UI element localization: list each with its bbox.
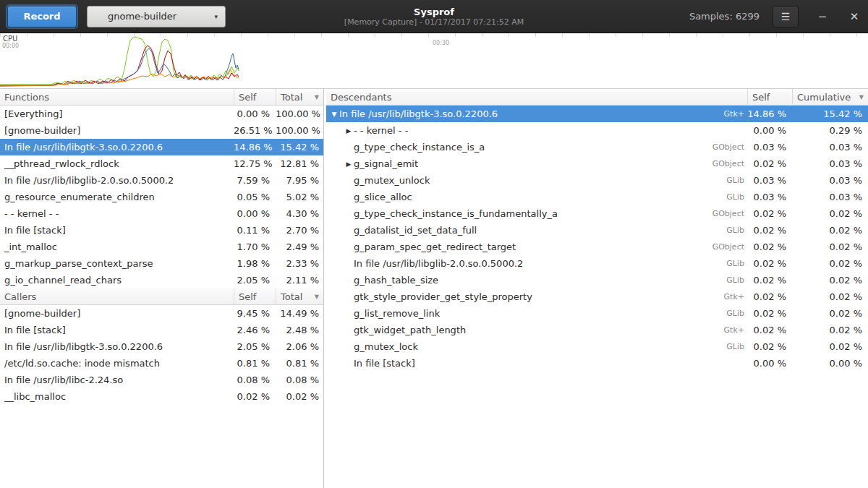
column-header-total[interactable]: Total ▼ xyxy=(276,89,323,106)
function-name: g_datalist_id_set_data_full xyxy=(354,225,477,236)
table-row[interactable]: g_type_check_instance_is_fundamentally_a… xyxy=(326,205,868,222)
self-percent: 0.81 % xyxy=(234,358,276,369)
library-tag: Gtk+ xyxy=(697,292,747,301)
left-pane: Functions Self Total ▼ [Everything]0.00 … xyxy=(0,89,324,488)
table-row[interactable]: g_datalist_id_set_data_fullGLib0.02 %0.0… xyxy=(326,222,868,239)
self-percent: 0.02 % xyxy=(747,325,792,335)
table-row[interactable]: g_type_check_instance_is_aGObject0.03 %0… xyxy=(326,139,868,155)
window-controls: − ✕ xyxy=(816,10,861,23)
table-row[interactable]: g_io_channel_read_chars2.05 %2.11 % xyxy=(0,272,323,288)
descendant-name-cell: g_param_spec_get_redirect_target xyxy=(326,241,697,252)
table-row[interactable]: ▶- - kernel - -0.00 %0.29 % xyxy=(326,122,868,139)
table-row[interactable]: In file [stack]2.46 %2.48 % xyxy=(0,322,323,338)
function-name: [gnome-builder] xyxy=(4,308,80,319)
function-name-cell: In file /usr/lib/libglib-2.0.so.0.5000.2 xyxy=(0,175,234,186)
minimize-button[interactable]: − xyxy=(816,10,829,23)
column-header-total[interactable]: Total ▼ xyxy=(276,288,323,305)
menu-button[interactable]: ☰ xyxy=(773,6,799,27)
table-row[interactable]: In file [stack]0.11 %2.70 % xyxy=(0,222,323,239)
self-percent: 7.59 % xyxy=(234,175,276,186)
time-label-start: 00:00 xyxy=(2,43,19,49)
self-percent: 0.11 % xyxy=(234,225,276,236)
expander-icon[interactable]: ▶ xyxy=(344,160,354,168)
header-right-group: Samples: 6299 ☰ − ✕ xyxy=(689,6,861,27)
cpu-label: CPU xyxy=(3,35,17,43)
table-row[interactable]: In file /usr/lib/libglib-2.0.so.0.5000.2… xyxy=(0,172,323,189)
function-name-cell: __pthread_rwlock_rdlock xyxy=(0,158,234,169)
table-row[interactable]: In file /usr/lib/libglib-2.0.so.0.5000.2… xyxy=(326,255,868,272)
function-name: g_markup_parse_context_parse xyxy=(4,258,153,269)
table-row[interactable]: g_param_spec_get_redirect_targetGObject0… xyxy=(326,239,868,255)
table-row[interactable]: ▶g_signal_emitGObject0.02 %0.03 % xyxy=(326,155,868,172)
table-row[interactable]: g_resource_enumerate_children0.05 %5.02 … xyxy=(0,189,323,205)
descendant-name-cell: g_slice_alloc xyxy=(326,192,697,202)
table-row[interactable]: In file /usr/lib/libgtk-3.so.0.2200.62.0… xyxy=(0,338,323,355)
table-row[interactable]: gtk_style_provider_get_style_propertyGtk… xyxy=(326,288,868,305)
total-percent: 14.49 % xyxy=(276,308,323,319)
table-row[interactable]: - - kernel - -0.00 %4.30 % xyxy=(0,205,323,222)
self-percent: 0.02 % xyxy=(747,275,792,286)
main-panes: Functions Self Total ▼ [Everything]0.00 … xyxy=(0,89,868,488)
function-name: __pthread_rwlock_rdlock xyxy=(4,158,119,169)
table-row[interactable]: g_mutex_unlockGLib0.03 %0.03 % xyxy=(326,172,868,189)
table-row[interactable]: g_mutex_lockGLib0.02 %0.02 % xyxy=(326,338,868,355)
table-row[interactable]: g_markup_parse_context_parse1.98 %2.33 % xyxy=(0,255,323,272)
table-row[interactable]: In file /usr/lib/libc-2.24.so0.08 %0.08 … xyxy=(0,372,323,388)
table-row[interactable]: [gnome-builder]26.51 %100.00 % xyxy=(0,122,323,139)
table-row[interactable]: g_slice_allocGLib0.03 %0.03 % xyxy=(326,189,868,205)
function-name-cell: g_io_channel_read_chars xyxy=(0,275,234,286)
cumulative-percent: 0.02 % xyxy=(792,341,868,352)
function-name: g_slice_alloc xyxy=(354,192,412,202)
cpu-graph[interactable]: CPU 00:00 00:30 xyxy=(0,33,868,89)
table-row[interactable]: __libc_malloc0.02 %0.02 % xyxy=(0,388,323,405)
table-row[interactable]: /etc/ld.so.cache: inode mismatch0.81 %0.… xyxy=(0,355,323,372)
cpu-red-line xyxy=(0,46,239,85)
library-tag: GLib xyxy=(697,176,747,185)
cumulative-percent: 0.02 % xyxy=(792,275,868,286)
function-name: g_resource_enumerate_children xyxy=(4,192,155,202)
function-name: [Everything] xyxy=(4,108,63,119)
function-name-cell: In file [stack] xyxy=(0,225,234,236)
function-name: [gnome-builder] xyxy=(4,125,80,136)
table-row[interactable]: In file [stack]0.00 %0.00 % xyxy=(326,355,868,372)
table-row[interactable]: g_hash_table_sizeGLib0.02 %0.02 % xyxy=(326,272,868,288)
table-row[interactable]: _int_malloc1.70 %2.49 % xyxy=(0,239,323,255)
target-selector-button[interactable]: gnome-builder ▾ xyxy=(87,6,226,27)
function-name: g_signal_emit xyxy=(354,158,418,169)
column-header-callers[interactable]: Callers xyxy=(0,288,234,305)
chevron-down-icon: ▾ xyxy=(214,13,218,20)
self-percent: 0.02 % xyxy=(747,291,792,302)
function-name: In file [stack] xyxy=(354,358,415,369)
table-row[interactable]: g_list_remove_linkGLib0.02 %0.02 % xyxy=(326,305,868,322)
column-header-self[interactable]: Self xyxy=(234,89,276,106)
cpu-blue-line xyxy=(0,48,239,86)
column-header-self[interactable]: Self xyxy=(234,288,276,305)
column-header-descendants[interactable]: Descendants xyxy=(326,89,747,106)
descendant-name-cell: ▶g_signal_emit xyxy=(326,158,697,169)
library-tag: GLib xyxy=(697,342,747,351)
self-percent: 0.03 % xyxy=(747,142,792,153)
function-name-cell: In file /usr/lib/libgtk-3.so.0.2200.6 xyxy=(0,341,234,352)
column-header-cumulative[interactable]: Cumulative ▼ xyxy=(792,89,868,106)
column-header-self[interactable]: Self xyxy=(747,89,792,106)
function-name: In file [stack] xyxy=(4,225,66,236)
expander-icon[interactable]: ▶ xyxy=(344,127,354,134)
table-row[interactable]: ▼In file /usr/lib/libgtk-3.so.0.2200.6Gt… xyxy=(326,106,868,122)
function-name-cell: In file /usr/lib/libc-2.24.so xyxy=(0,374,234,385)
record-button[interactable]: Record xyxy=(7,6,77,27)
table-row[interactable]: __pthread_rwlock_rdlock12.75 %12.81 % xyxy=(0,155,323,172)
descendant-name-cell: g_mutex_unlock xyxy=(326,175,697,186)
function-name: gtk_style_provider_get_style_property xyxy=(354,291,532,302)
close-button[interactable]: ✕ xyxy=(848,10,861,23)
descendant-name-cell: gtk_widget_path_length xyxy=(326,325,697,335)
expander-icon[interactable]: ▼ xyxy=(329,111,339,118)
descendant-name-cell: In file [stack] xyxy=(326,358,697,369)
column-header-functions[interactable]: Functions xyxy=(0,89,234,106)
descendant-name-cell: ▶- - kernel - - xyxy=(326,125,697,136)
table-row[interactable]: [Everything]0.00 %100.00 % xyxy=(0,106,323,122)
table-row[interactable]: In file /usr/lib/libgtk-3.so.0.2200.614.… xyxy=(0,139,323,155)
table-row[interactable]: [gnome-builder]9.45 %14.49 % xyxy=(0,305,323,322)
cumulative-percent: 0.03 % xyxy=(792,192,868,202)
table-row[interactable]: gtk_widget_path_lengthGtk+0.02 %0.02 % xyxy=(326,322,868,338)
function-name-cell: In file [stack] xyxy=(0,325,234,335)
